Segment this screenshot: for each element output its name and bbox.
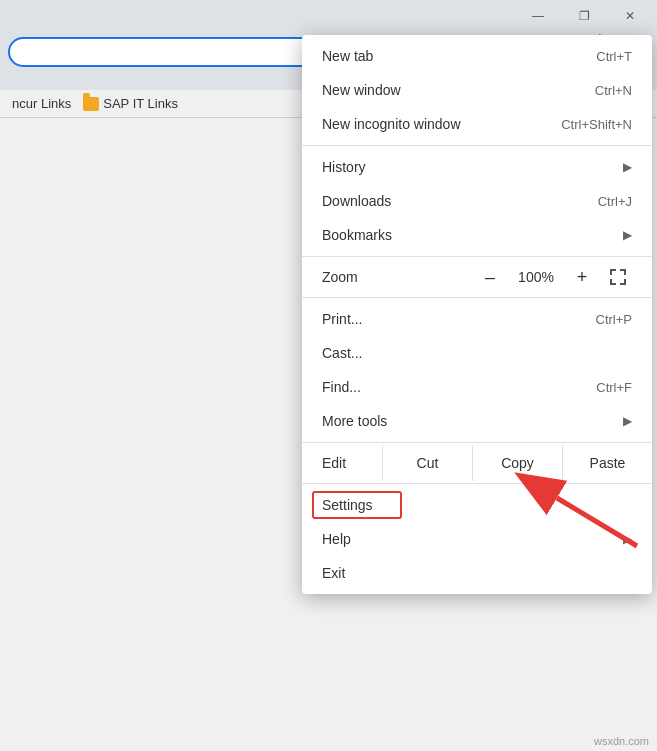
menu-item-label: More tools <box>322 413 615 429</box>
menu-item-label: Cast... <box>322 345 632 361</box>
watermark: wsxdn.com <box>594 735 649 747</box>
edit-label: Edit <box>302 445 382 481</box>
folder-icon <box>83 97 99 111</box>
text-label: SAP IT Links <box>103 96 178 111</box>
zoom-label: Zoom <box>322 269 476 285</box>
menu-item-bookmarks[interactable]: Bookmarks ▶ <box>302 218 652 252</box>
submenu-arrow-icon: ▶ <box>623 160 632 174</box>
svg-rect-9 <box>624 279 626 285</box>
submenu-arrow-icon: ▶ <box>623 532 632 546</box>
zoom-in-button[interactable]: + <box>568 263 596 291</box>
menu-item-label: Downloads <box>322 193 598 209</box>
zoom-out-button[interactable]: – <box>476 263 504 291</box>
svg-rect-7 <box>610 279 612 285</box>
context-menu: New tab Ctrl+T New window Ctrl+N New inc… <box>302 35 652 594</box>
menu-item-label: Find... <box>322 379 596 395</box>
menu-item-history[interactable]: History ▶ <box>302 150 652 184</box>
menu-item-label: Print... <box>322 311 596 327</box>
menu-item-cast[interactable]: Cast... <box>302 336 652 370</box>
edit-row: Edit Cut Copy Paste <box>302 443 652 484</box>
menu-section-settings: Settings Help ▶ Exit <box>302 484 652 594</box>
menu-item-label: New tab <box>322 48 596 64</box>
menu-item-downloads[interactable]: Downloads Ctrl+J <box>302 184 652 218</box>
menu-item-shortcut: Ctrl+Shift+N <box>561 117 632 132</box>
submenu-arrow-icon: ▶ <box>623 414 632 428</box>
menu-item-label: History <box>322 159 615 175</box>
text-label: ncur Links <box>12 96 71 111</box>
menu-item-print[interactable]: Print... Ctrl+P <box>302 302 652 336</box>
menu-section-tools: Print... Ctrl+P Cast... Find... Ctrl+F M… <box>302 298 652 443</box>
menu-item-label: Exit <box>322 565 632 581</box>
svg-rect-3 <box>610 269 612 275</box>
svg-rect-5 <box>624 269 626 275</box>
bookmark-sap-links[interactable]: SAP IT Links <box>83 96 178 111</box>
menu-item-label: New incognito window <box>322 116 561 132</box>
submenu-arrow-icon: ▶ <box>623 228 632 242</box>
edit-actions: Cut Copy Paste <box>382 445 652 481</box>
menu-item-find[interactable]: Find... Ctrl+F <box>302 370 652 404</box>
copy-button[interactable]: Copy <box>472 445 562 481</box>
menu-item-exit[interactable]: Exit <box>302 556 652 590</box>
cut-button[interactable]: Cut <box>382 445 472 481</box>
close-button[interactable]: ✕ <box>607 0 653 32</box>
zoom-value: 100% <box>516 269 556 285</box>
menu-item-new-incognito[interactable]: New incognito window Ctrl+Shift+N <box>302 107 652 141</box>
menu-item-more-tools[interactable]: More tools ▶ <box>302 404 652 438</box>
fullscreen-button[interactable] <box>604 263 632 291</box>
menu-item-label: Bookmarks <box>322 227 615 243</box>
menu-item-shortcut: Ctrl+N <box>595 83 632 98</box>
menu-item-settings[interactable]: Settings <box>302 488 652 522</box>
menu-item-new-window[interactable]: New window Ctrl+N <box>302 73 652 107</box>
fullscreen-icon <box>608 267 628 287</box>
bookmark-ncur-links[interactable]: ncur Links <box>12 96 71 111</box>
menu-item-label: Settings <box>322 497 632 513</box>
menu-item-label: New window <box>322 82 595 98</box>
menu-item-shortcut: Ctrl+J <box>598 194 632 209</box>
zoom-row: Zoom – 100% + <box>302 257 652 298</box>
menu-item-shortcut: Ctrl+P <box>596 312 632 327</box>
menu-item-label: Help <box>322 531 615 547</box>
menu-item-new-tab[interactable]: New tab Ctrl+T <box>302 39 652 73</box>
menu-item-shortcut: Ctrl+T <box>596 49 632 64</box>
menu-item-shortcut: Ctrl+F <box>596 380 632 395</box>
menu-item-help[interactable]: Help ▶ <box>302 522 652 556</box>
paste-button[interactable]: Paste <box>562 445 652 481</box>
menu-section-new: New tab Ctrl+T New window Ctrl+N New inc… <box>302 35 652 146</box>
zoom-controls: – 100% + <box>476 263 596 291</box>
menu-section-history: History ▶ Downloads Ctrl+J Bookmarks ▶ <box>302 146 652 257</box>
